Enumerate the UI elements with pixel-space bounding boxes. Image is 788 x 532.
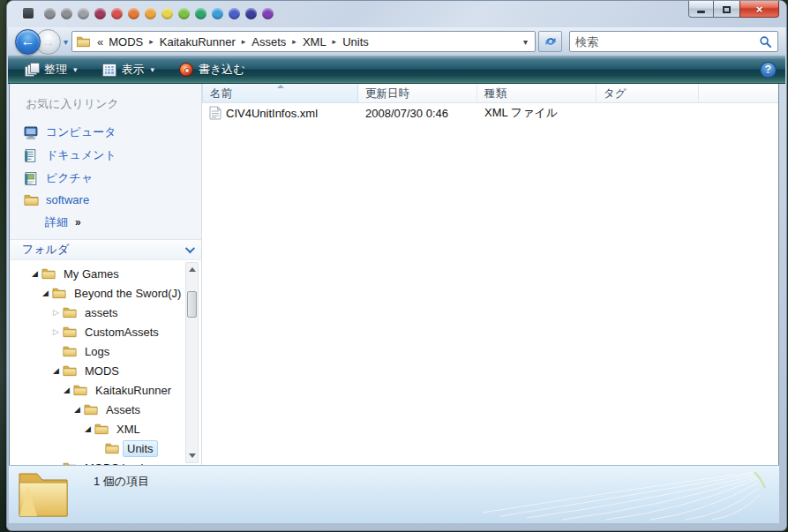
expander-icon[interactable]: ▷ bbox=[50, 327, 62, 336]
burn-button[interactable]: 書き込む bbox=[171, 58, 253, 81]
column-header-filler bbox=[699, 84, 778, 102]
search-box[interactable] bbox=[569, 31, 778, 52]
column-header-tag[interactable]: タグ bbox=[597, 84, 699, 102]
column-label: 名前 bbox=[210, 87, 232, 100]
pictures-icon bbox=[24, 171, 39, 186]
forward-icon: → bbox=[41, 34, 55, 49]
file-row[interactable]: CIV4UnitInfos.xml 2008/07/30 0:46 XML ファ… bbox=[202, 103, 778, 123]
details-label: 詳細 bbox=[45, 214, 68, 230]
tree-item-my-games[interactable]: ◢ My Games bbox=[10, 264, 201, 283]
details-pane: 1 個の項目 bbox=[9, 465, 779, 523]
tree-item-assets2[interactable]: ◢ Assets bbox=[10, 400, 201, 419]
breadcrumb-item[interactable]: MODS bbox=[105, 35, 146, 49]
sort-ascending-icon bbox=[277, 85, 284, 88]
organize-button[interactable]: 整理 ▾ bbox=[17, 58, 86, 81]
favorite-link-computer[interactable]: コンピュータ bbox=[10, 121, 201, 144]
tree-item-label: MODS bbox=[80, 363, 124, 379]
minimize-button[interactable] bbox=[688, 1, 714, 18]
search-input[interactable] bbox=[575, 35, 759, 49]
folder-tree: ◢ My Games ◢ Beyond the Sword(J) ▷ asset… bbox=[10, 260, 201, 465]
breadcrumb-separator-icon[interactable]: ▸ bbox=[146, 37, 156, 46]
refresh-icon bbox=[544, 34, 558, 49]
close-button[interactable]: × bbox=[739, 1, 779, 18]
command-toolbar: 整理 ▾ 表示 ▾ 書き込む ? bbox=[8, 56, 785, 84]
breadcrumb-separator-icon[interactable]: ▸ bbox=[289, 37, 299, 46]
tree-item-xml[interactable]: ◢ XML bbox=[10, 419, 201, 438]
details-expander[interactable]: 詳細 » bbox=[10, 210, 201, 234]
expander-icon[interactable]: ▷ bbox=[50, 308, 62, 317]
favorite-link-documents[interactable]: ドキュメント bbox=[10, 144, 201, 167]
tree-item-label: Assets bbox=[101, 401, 145, 418]
column-header-type[interactable]: 種類 bbox=[477, 84, 597, 102]
chevron-down-icon: ▾ bbox=[151, 65, 155, 74]
views-label: 表示 bbox=[122, 62, 145, 78]
folder-icon bbox=[52, 287, 66, 299]
xml-file-icon bbox=[209, 106, 221, 120]
tree-item-mods-backup[interactable]: MODS backup bbox=[10, 458, 201, 465]
help-icon: ? bbox=[765, 64, 771, 76]
folder-icon bbox=[63, 306, 77, 318]
refresh-button[interactable] bbox=[538, 31, 562, 52]
column-header-name[interactable]: 名前 bbox=[202, 84, 358, 102]
title-dot bbox=[195, 8, 206, 19]
breadcrumb-item[interactable]: Units bbox=[339, 35, 372, 49]
expander-icon[interactable]: ◢ bbox=[40, 288, 51, 297]
history-dropdown[interactable]: ▾ bbox=[64, 37, 68, 47]
breadcrumb-item[interactable]: KaitakuRunner bbox=[156, 35, 239, 49]
title-dot bbox=[245, 8, 257, 19]
titlebar[interactable]: × bbox=[7, 1, 786, 27]
file-list: 名前 更新日時 種類 タグ CIV4UnitInfos.xml 2008/07/… bbox=[202, 84, 778, 465]
tree-item-beyond-the-sword[interactable]: ◢ Beyond the Sword(J) bbox=[10, 283, 201, 303]
favorite-link-label: コンピュータ bbox=[46, 124, 116, 140]
navigation-pane: お気に入りリンク コンピュータ ドキュメント ピクチャ software bbox=[10, 84, 202, 465]
address-dropdown-icon[interactable]: ▾ bbox=[520, 37, 531, 47]
tree-item-label: CustomAssets bbox=[80, 324, 163, 341]
tree-item-label: KaitakuRunner bbox=[91, 382, 176, 399]
expander-icon[interactable]: ◢ bbox=[82, 424, 94, 433]
organize-label: 整理 bbox=[44, 62, 67, 78]
breadcrumb-item[interactable]: Assets bbox=[248, 35, 289, 49]
breadcrumb-separator-icon[interactable]: ▸ bbox=[239, 37, 249, 46]
expander-icon[interactable]: ◢ bbox=[50, 366, 62, 375]
back-button[interactable]: ← bbox=[15, 29, 41, 55]
tree-item-mods[interactable]: ◢ MODS bbox=[10, 361, 201, 380]
tree-item-logs[interactable]: Logs bbox=[10, 341, 201, 361]
favorite-link-software[interactable]: software bbox=[10, 190, 201, 210]
folders-band[interactable]: フォルダ bbox=[10, 239, 201, 260]
help-button[interactable]: ? bbox=[760, 62, 777, 79]
title-dot bbox=[161, 8, 173, 19]
scrollbar-thumb[interactable] bbox=[187, 291, 197, 318]
expander-icon[interactable]: ◢ bbox=[71, 405, 83, 414]
favorite-link-pictures[interactable]: ピクチャ bbox=[10, 167, 201, 190]
expander-icon[interactable]: ◢ bbox=[61, 386, 72, 394]
breadcrumb-separator-icon[interactable]: ▸ bbox=[330, 37, 340, 46]
file-list-empty-area[interactable] bbox=[202, 123, 778, 465]
tree-item-customassets[interactable]: ▷ CustomAssets bbox=[10, 322, 201, 341]
column-headers: 名前 更新日時 種類 タグ bbox=[202, 84, 778, 103]
title-dot bbox=[178, 8, 190, 19]
collapse-chevron-icon bbox=[185, 244, 195, 253]
address-bar[interactable]: « MODS ▸ KaitakuRunner ▸ Assets ▸ XML ▸ … bbox=[71, 31, 536, 52]
column-header-modified[interactable]: 更新日時 bbox=[358, 84, 477, 102]
tree-item-label: Beyond the Sword(J) bbox=[70, 285, 185, 302]
title-dot bbox=[128, 8, 139, 19]
title-dot bbox=[145, 8, 156, 19]
organize-icon bbox=[25, 64, 39, 77]
favorites-header: お気に入りリンク bbox=[10, 94, 201, 121]
expander-icon[interactable]: ◢ bbox=[29, 269, 41, 278]
tree-scrollbar[interactable] bbox=[185, 262, 199, 463]
views-button[interactable]: 表示 ▾ bbox=[94, 58, 163, 81]
double-chevron-icon: » bbox=[75, 216, 80, 229]
tree-item-units[interactable]: Units bbox=[10, 438, 201, 458]
breadcrumb-item[interactable]: XML bbox=[299, 35, 330, 49]
breadcrumb-overflow[interactable]: « bbox=[95, 35, 105, 49]
tree-item-kaitakurunner[interactable]: ◢ KaitakuRunner bbox=[10, 380, 201, 400]
folder-icon bbox=[63, 326, 77, 338]
tree-item-label: Units bbox=[123, 440, 158, 457]
burn-label: 書き込む bbox=[199, 62, 245, 78]
scroll-down-button[interactable] bbox=[186, 449, 198, 462]
tree-item-assets[interactable]: ▷ assets bbox=[10, 303, 201, 322]
maximize-button[interactable] bbox=[714, 1, 739, 18]
scroll-up-button[interactable] bbox=[186, 263, 198, 276]
search-icon bbox=[759, 35, 772, 49]
